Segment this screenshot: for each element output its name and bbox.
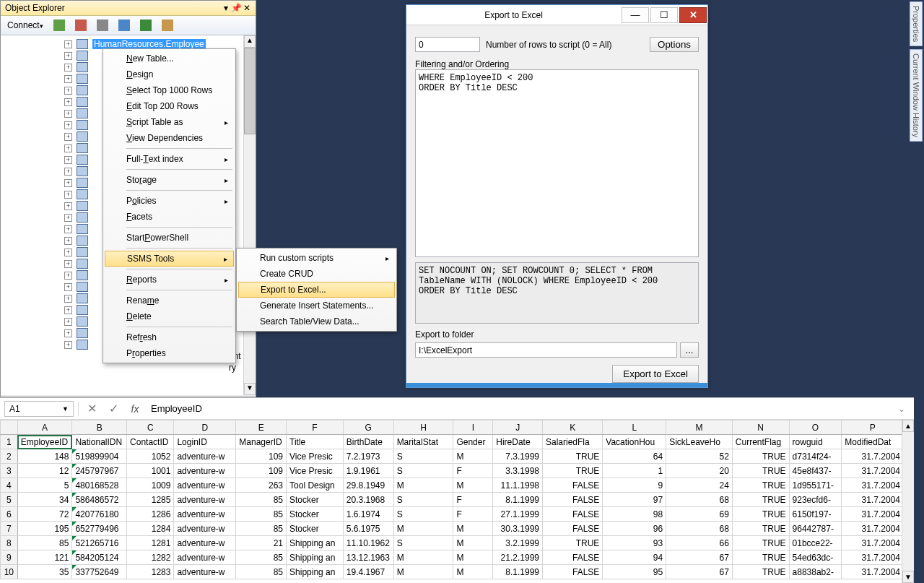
toolbar-btn-6[interactable] [158,17,177,33]
cell[interactable]: 584205124 [72,550,127,565]
cell[interactable]: S [393,493,453,507]
expand-icon[interactable]: + [64,249,72,256]
cell[interactable]: ManagerID [236,435,287,449]
column-header[interactable]: P [842,420,904,435]
cell[interactable]: 1d955171- [789,478,842,493]
cell[interactable]: 66 [666,536,733,550]
column-header[interactable]: K [543,420,603,435]
expand-icon[interactable]: + [64,121,72,129]
cell[interactable]: 69 [666,507,733,522]
cell[interactable]: Shipping an [287,565,344,579]
menu-item[interactable]: View Dependencies [105,130,234,146]
cell[interactable]: 54ed63dc- [789,550,842,565]
column-header[interactable]: M [666,420,733,435]
expand-icon[interactable]: + [64,283,72,291]
formula-input[interactable] [148,402,889,415]
cell[interactable]: 121 [17,550,72,565]
cell[interactable]: 31.7.2004 [842,507,904,522]
expand-icon[interactable]: + [64,40,72,48]
cell[interactable]: adventure-w [174,493,236,507]
dialog-titlebar[interactable]: Export to Excel — ☐ ✕ [406,5,707,25]
cell[interactable]: VacationHou [603,435,666,449]
menu-item[interactable]: New Table... [105,51,234,66]
cell[interactable]: 35 [17,565,72,579]
cell[interactable]: S [393,536,453,550]
cell[interactable]: TRUE [732,522,789,536]
column-header[interactable]: F [287,420,344,435]
cell[interactable]: S [393,507,453,522]
column-header[interactable]: C [127,420,174,435]
cell[interactable]: 85 [17,536,72,550]
expand-icon[interactable]: + [64,75,72,83]
column-header[interactable]: E [236,420,287,435]
cell[interactable]: M [453,449,493,464]
cell[interactable]: TRUE [732,507,789,522]
chevron-down-icon[interactable]: ▼ [62,405,69,413]
cell[interactable]: 109 [236,449,287,464]
connect-button[interactable]: Connect▾ [4,18,47,33]
column-header[interactable]: L [603,420,666,435]
cell[interactable]: adventure-w [174,536,236,550]
cell[interactable]: 1009 [127,478,174,493]
row-header[interactable]: 4 [1,478,18,493]
cell[interactable]: rowguid [789,435,842,449]
cell[interactable]: 5 [17,478,72,493]
cell[interactable]: adventure-w [174,522,236,536]
cell[interactable]: MaritalStat [393,435,453,449]
cell[interactable]: Tool Design [287,478,344,493]
cell[interactable]: 31.7.2004 [842,449,904,464]
side-tab-window-history[interactable]: Current Window History [910,49,923,142]
expand-icon[interactable]: + [64,64,72,72]
cell[interactable]: 1281 [127,536,174,550]
fx-icon[interactable]: fx [126,403,144,415]
cell[interactable]: 21 [236,536,287,550]
cell[interactable]: 27.1.1999 [493,507,543,522]
cell[interactable]: 72 [17,507,72,522]
cell[interactable]: 31.7.2004 [842,536,904,550]
cell[interactable]: adventure-w [174,449,236,464]
cell[interactable]: 01bcce22- [789,536,842,550]
cell[interactable]: adventure-w [174,507,236,522]
cell[interactable]: 13.12.1963 [343,550,393,565]
name-box[interactable]: A1 ▼ [4,401,74,417]
cell[interactable]: M [453,565,493,579]
cell[interactable]: 245797967 [72,464,127,478]
cell[interactable]: 64 [603,449,666,464]
cell[interactable]: 1001 [127,464,174,478]
cell[interactable]: Vice Presic [287,449,344,464]
cell[interactable]: SalariedFla [543,435,603,449]
cell[interactable]: Gender [453,435,493,449]
cell[interactable]: NationalIDN [72,435,127,449]
select-all-cell[interactable] [1,420,18,435]
row-header[interactable]: 1 [1,435,18,449]
menu-item[interactable]: Delete [105,308,234,324]
menu-item[interactable]: Search Table/View Data... [238,314,395,329]
toolbar-btn-1[interactable] [50,17,69,33]
cell[interactable]: Shipping an [287,550,344,565]
expand-icon[interactable]: + [64,306,72,314]
cell[interactable]: M [453,536,493,550]
scroll-up-icon[interactable]: ▲ [902,420,914,432]
column-header[interactable]: H [393,420,453,435]
expand-icon[interactable]: + [64,52,72,60]
menu-item[interactable]: Reports [105,272,234,288]
toolbar-btn-3[interactable] [93,17,112,33]
cell[interactable]: 31.7.2004 [842,478,904,493]
accept-icon[interactable]: ✓ [105,402,122,415]
cell[interactable]: 29.8.1949 [343,478,393,493]
column-header[interactable]: D [174,420,236,435]
expand-icon[interactable]: + [64,179,72,187]
cell[interactable]: 67 [666,550,733,565]
cell[interactable]: 8.1.1999 [493,565,543,579]
cell[interactable]: 3.3.1998 [493,464,543,478]
cell[interactable]: 67 [666,565,733,579]
cell[interactable]: 31.7.2004 [842,464,904,478]
cell[interactable]: 85 [236,522,287,536]
cell[interactable]: 1 [603,464,666,478]
expand-icon[interactable]: + [64,144,72,152]
dropdown-icon[interactable]: ▾ [224,3,228,13]
cell[interactable]: 7.3.1999 [493,449,543,464]
cell[interactable]: BirthDate [343,435,393,449]
cell[interactable]: 95 [603,565,666,579]
cell[interactable]: 20 [666,464,733,478]
